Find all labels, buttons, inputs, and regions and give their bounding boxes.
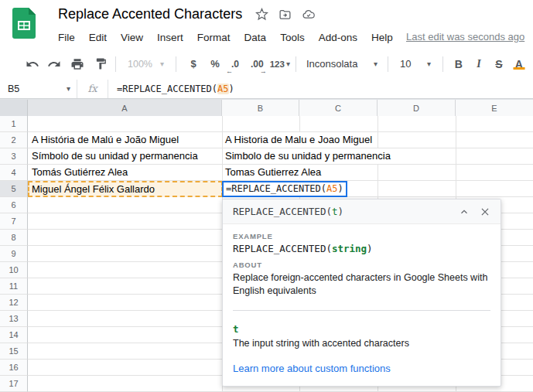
row-header[interactable]: 12 bbox=[0, 295, 28, 311]
caret-down-icon: ▾ bbox=[427, 60, 431, 68]
paint-format-button[interactable] bbox=[91, 54, 110, 74]
zoom-value: 100% bbox=[128, 59, 152, 70]
example-code: REPLACE_ACCENTED(string) bbox=[233, 243, 490, 254]
about-text: Replace foreign-accented characters in G… bbox=[233, 271, 488, 298]
menu-item[interactable]: Help bbox=[364, 32, 400, 43]
row-header[interactable]: 13 bbox=[0, 311, 28, 327]
row-header[interactable]: 16 bbox=[0, 360, 28, 376]
currency-format-button[interactable]: $ bbox=[184, 54, 203, 74]
column-header-c[interactable]: C bbox=[299, 100, 378, 117]
row-header[interactable]: 1 bbox=[0, 116, 28, 132]
menu-item[interactable]: Add-ons bbox=[312, 32, 364, 43]
formula-range-ref: A5 bbox=[217, 84, 228, 94]
font-select[interactable]: Inconsolata ▾ bbox=[302, 54, 382, 74]
cell-a2[interactable]: A História de Malú e João Miguel bbox=[32, 132, 181, 148]
caret-down-icon: ▾ bbox=[286, 60, 290, 68]
column-headers: A B C D E bbox=[0, 99, 533, 116]
column-header-b[interactable]: B bbox=[222, 100, 299, 117]
toolbar-separator bbox=[115, 56, 116, 72]
font-name-value: Inconsolata bbox=[306, 58, 358, 70]
cell-a5-referenced-range[interactable]: Miguel Ángel Félix Gallardo bbox=[28, 181, 223, 197]
last-edit-status[interactable]: Last edit was seconds ago bbox=[406, 31, 524, 43]
row-header[interactable]: 9 bbox=[0, 246, 28, 262]
row-header[interactable]: 4 bbox=[0, 165, 28, 181]
toolbar-separator bbox=[176, 56, 176, 72]
paint-format-icon bbox=[94, 57, 108, 70]
undo-button[interactable] bbox=[23, 54, 42, 74]
cell-formula-range-ref: A5 bbox=[326, 183, 337, 194]
caret-down-icon: ▾ bbox=[160, 60, 164, 68]
close-icon[interactable] bbox=[480, 206, 490, 217]
row-header[interactable]: 2 bbox=[0, 132, 28, 148]
menu-item[interactable]: Edit bbox=[82, 32, 114, 43]
formula-bar: B5 ▾ fx =REPLACE_ACCENTED(A5) bbox=[0, 80, 533, 99]
menu-item[interactable]: Data bbox=[237, 32, 274, 43]
sheets-logo[interactable] bbox=[12, 8, 36, 39]
learn-more-link[interactable]: Learn more about custom functions bbox=[233, 363, 391, 374]
document-title[interactable]: Replace Accented Characters bbox=[58, 6, 242, 22]
text-color-button[interactable]: A bbox=[509, 58, 529, 70]
formula-input[interactable]: =REPLACE_ACCENTED(A5) bbox=[117, 84, 234, 94]
param-name: t bbox=[233, 323, 490, 335]
row-header[interactable]: 7 bbox=[0, 213, 28, 230]
undo-icon bbox=[26, 57, 39, 71]
popup-divider bbox=[233, 310, 490, 311]
row-header[interactable]: 10 bbox=[0, 262, 28, 278]
row-header[interactable]: 14 bbox=[0, 327, 28, 343]
star-icon[interactable] bbox=[255, 8, 268, 21]
popup-function-signature: REPLACE_ACCENTED(t) bbox=[233, 206, 459, 217]
more-formats-button[interactable]: 123 ▾ bbox=[270, 54, 290, 74]
font-size-select[interactable]: 10 ▾ bbox=[394, 54, 437, 74]
fx-icon: fx bbox=[77, 80, 108, 98]
increase-decimal-arrow: → bbox=[260, 67, 267, 75]
column-header-d[interactable]: D bbox=[378, 100, 456, 117]
example-label: EXAMPLE bbox=[233, 232, 490, 240]
row-header[interactable]: 8 bbox=[0, 230, 28, 246]
cell-b4[interactable]: Tomas Gutierrez Alea bbox=[225, 165, 323, 180]
row-headers: 1234567891011121314151617 bbox=[0, 116, 28, 392]
row-header[interactable]: 3 bbox=[0, 148, 28, 165]
decrease-decimal-button[interactable]: .0 ← bbox=[226, 54, 244, 74]
caret-up-icon[interactable] bbox=[459, 206, 470, 217]
toolbar-separator bbox=[388, 56, 388, 72]
popup-header: REPLACE_ACCENTED(t) bbox=[223, 199, 501, 224]
menu-item[interactable]: View bbox=[114, 32, 150, 43]
select-all-button[interactable] bbox=[0, 100, 28, 117]
row-header[interactable]: 6 bbox=[0, 197, 28, 213]
cell-b3[interactable]: Simbolo de su unidad y permanencia bbox=[225, 148, 393, 164]
cell-b5-editing[interactable]: =REPLACE_ACCENTED(A5) bbox=[222, 181, 347, 197]
menu-item[interactable]: Insert bbox=[150, 32, 190, 43]
toolbar-separator bbox=[296, 56, 296, 72]
row-header[interactable]: 5 bbox=[0, 181, 28, 197]
redo-button[interactable] bbox=[45, 54, 63, 74]
move-folder-icon[interactable] bbox=[278, 8, 292, 21]
menu-item[interactable]: Format bbox=[190, 32, 237, 43]
cell-b2[interactable]: A Historia de Malu e Joao Miguel bbox=[225, 132, 374, 148]
italic-button[interactable]: I bbox=[469, 58, 489, 70]
menu-item[interactable]: File bbox=[51, 32, 82, 43]
column-header-a[interactable]: A bbox=[28, 100, 222, 117]
caret-down-icon: ▾ bbox=[67, 85, 70, 93]
function-help-popup: REPLACE_ACCENTED(t) EXAMPLE REPLACE_ACCE… bbox=[222, 199, 501, 387]
font-size-value: 10 bbox=[400, 58, 411, 70]
column-header-e[interactable]: E bbox=[456, 100, 533, 117]
toolbar: 100% ▾ $ % .0 ← .00 → 123 ▾ Inconsolata … bbox=[0, 48, 533, 80]
toolbar-separator bbox=[442, 56, 443, 72]
google-sheets-app: Replace Accented Characters FileEditView… bbox=[0, 0, 533, 392]
menu-item[interactable]: Tools bbox=[273, 32, 312, 43]
row-header[interactable]: 17 bbox=[0, 376, 28, 392]
cell-a3[interactable]: Símbolo de su unidad y permanencia bbox=[32, 148, 200, 164]
strikethrough-button[interactable]: S bbox=[489, 58, 509, 70]
bold-button[interactable]: B bbox=[449, 58, 469, 70]
row-header[interactable]: 11 bbox=[0, 278, 28, 295]
zoom-select[interactable]: 100% ▾ bbox=[121, 54, 170, 74]
row-header[interactable]: 15 bbox=[0, 343, 28, 360]
name-box[interactable]: B5 ▾ bbox=[0, 80, 77, 98]
increase-decimal-button[interactable]: .00 → bbox=[248, 54, 267, 74]
param-description: The input string with accented character… bbox=[233, 337, 488, 350]
cloud-check-icon[interactable] bbox=[302, 8, 316, 21]
percent-format-button[interactable]: % bbox=[206, 54, 224, 74]
text-color-underline bbox=[513, 67, 524, 70]
cell-a4[interactable]: Tomás Gutiérrez Alea bbox=[32, 165, 130, 180]
print-button[interactable] bbox=[68, 54, 87, 74]
